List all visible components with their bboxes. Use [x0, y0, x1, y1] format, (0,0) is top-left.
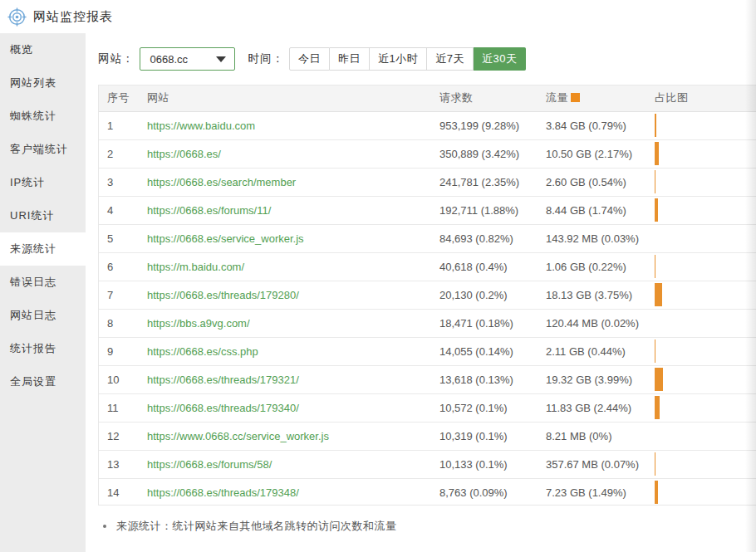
traffic-ratio-bar — [655, 481, 658, 504]
sidebar-item-site-list[interactable]: 网站列表 — [0, 66, 86, 100]
site-link[interactable]: https://m.baidu.com/ — [147, 261, 244, 273]
table-header-row: 序号 网站 请求数 流量 占比图 — [99, 85, 756, 111]
site-link[interactable]: https://0668.es/forums/58/ — [147, 458, 272, 471]
table-row: 13https://0668.es/forums/58/10,133 (0.1%… — [99, 450, 756, 478]
sidebar-item-overview[interactable]: 概览 — [0, 33, 86, 66]
row-index: 2 — [99, 139, 147, 168]
requests-value: 18,471 (0.18%) — [439, 309, 546, 337]
referrer-table: 序号 网站 请求数 流量 占比图 1https://www.baidu.com9… — [99, 85, 756, 506]
chevron-down-icon — [216, 56, 226, 62]
site-link[interactable]: https://0668.es/service_worker.js — [147, 232, 304, 245]
site-link[interactable]: https://0668.es/css.php — [147, 345, 258, 358]
requests-value: 953,199 (9.28%) — [439, 111, 546, 139]
row-index: 8 — [99, 309, 147, 337]
app-logo-target-icon — [7, 7, 27, 27]
table-row: 4https://0668.es/forums/11/192,711 (1.88… — [99, 196, 756, 224]
row-index: 6 — [99, 252, 147, 281]
traffic-value: 2.60 GB (0.54%) — [546, 168, 655, 196]
site-link[interactable]: https://www.baidu.com — [147, 120, 255, 132]
traffic-value: 1.06 GB (0.22%) — [546, 252, 655, 281]
row-index: 7 — [99, 281, 147, 309]
table-row: 10https://0668.es/threads/179321/13,618 … — [99, 365, 756, 393]
filter-bar: 网站： 0668.cc 时间： 今日 昨日 近1小时 近7天 近30天 — [98, 46, 756, 71]
requests-value: 350,889 (3.42%) — [439, 139, 546, 168]
time-btn-last-hour[interactable]: 近1小时 — [370, 47, 427, 71]
traffic-ratio-bar — [655, 142, 659, 165]
row-index: 11 — [99, 393, 147, 422]
site-select[interactable]: 0668.cc — [140, 47, 235, 71]
sidebar-item-spider-stats[interactable]: 蜘蛛统计 — [0, 100, 86, 133]
traffic-value: 120.44 MB (0.02%) — [546, 309, 655, 337]
sidebar-item-ip-stats[interactable]: IP统计 — [0, 166, 86, 199]
time-range-group: 今日 昨日 近1小时 近7天 近30天 — [289, 47, 526, 71]
requests-value: 10,572 (0.1%) — [439, 393, 546, 422]
row-index: 12 — [99, 422, 147, 450]
table-row: 12https://www.0668.cc/service_worker.js1… — [99, 422, 756, 450]
referrer-table-container: 序号 网站 请求数 流量 占比图 1https://www.baidu.com9… — [98, 85, 756, 506]
app-header: 网站监控报表 — [0, 0, 756, 33]
row-index: 14 — [99, 478, 147, 506]
site-link[interactable]: https://0668.es/ — [147, 148, 221, 160]
site-select-value: 0668.cc — [150, 53, 189, 66]
traffic-ratio-bar — [655, 198, 658, 222]
sidebar: 概览 网站列表 蜘蛛统计 客户端统计 IP统计 URI统计 来源统计 错误日志 … — [0, 33, 86, 552]
traffic-value: 3.84 GB (0.79%) — [546, 111, 655, 139]
time-btn-yesterday[interactable]: 昨日 — [330, 47, 370, 71]
sidebar-item-client-stats[interactable]: 客户端统计 — [0, 133, 86, 166]
table-row: 8https://bbs.a9vg.com/18,471 (0.18%)120.… — [99, 309, 756, 337]
sidebar-item-stats-report[interactable]: 统计报告 — [0, 332, 86, 365]
traffic-value: 8.21 MB (0%) — [546, 422, 655, 450]
traffic-ratio-bar — [655, 368, 663, 391]
traffic-value: 143.92 MB (0.03%) — [546, 224, 655, 252]
site-link[interactable]: https://bbs.a9vg.com/ — [147, 317, 250, 330]
requests-value: 192,711 (1.88%) — [439, 196, 546, 224]
traffic-value: 10.50 GB (2.17%) — [546, 139, 655, 168]
row-index: 3 — [99, 168, 147, 196]
col-header-traffic: 流量 — [546, 85, 655, 111]
bullet-icon — [103, 525, 106, 528]
table-row: 11https://0668.es/threads/179340/10,572 … — [99, 393, 756, 422]
time-btn-last-7d[interactable]: 近7天 — [427, 47, 474, 71]
requests-value: 10,319 (0.1%) — [439, 422, 546, 450]
row-index: 5 — [99, 224, 147, 252]
sidebar-item-global-settings[interactable]: 全局设置 — [0, 365, 86, 398]
footnote: 来源统计：统计网站来自其他域名跳转的访问次数和流量 — [98, 519, 756, 534]
site-link[interactable]: https://0668.es/threads/179280/ — [147, 289, 299, 301]
time-btn-today[interactable]: 今日 — [289, 47, 330, 71]
table-row: 6https://m.baidu.com/40,618 (0.4%)1.06 G… — [99, 252, 756, 281]
traffic-value: 357.67 MB (0.07%) — [546, 450, 655, 478]
site-link[interactable]: https://0668.es/threads/179340/ — [147, 402, 299, 414]
footnote-text: 来源统计：统计网站来自其他域名跳转的访问次数和流量 — [116, 519, 397, 534]
site-link[interactable]: https://0668.es/forums/11/ — [147, 204, 271, 217]
row-index: 1 — [99, 111, 147, 139]
requests-value: 8,763 (0.09%) — [439, 478, 546, 506]
site-link[interactable]: https://0668.es/threads/179321/ — [147, 374, 299, 386]
table-row: 9https://0668.es/css.php14,055 (0.14%)2.… — [99, 337, 756, 365]
requests-value: 10,133 (0.1%) — [439, 450, 546, 478]
traffic-value: 8.44 GB (1.74%) — [546, 196, 655, 224]
sidebar-item-uri-stats[interactable]: URI统计 — [0, 199, 86, 232]
row-index: 4 — [99, 196, 147, 224]
col-header-requests: 请求数 — [439, 85, 546, 111]
time-btn-last-30d[interactable]: 近30天 — [474, 47, 526, 71]
sidebar-item-referrer-stats[interactable]: 来源统计 — [0, 232, 86, 266]
traffic-legend-icon — [571, 93, 580, 102]
site-filter-label: 网站： — [98, 51, 135, 66]
col-header-ratio-chart: 占比图 — [655, 85, 756, 111]
traffic-value: 18.13 GB (3.75%) — [546, 281, 655, 309]
sidebar-item-site-log[interactable]: 网站日志 — [0, 299, 86, 332]
requests-value: 84,693 (0.82%) — [439, 224, 546, 252]
traffic-ratio-bar — [655, 170, 655, 193]
traffic-value: 2.11 GB (0.44%) — [546, 337, 655, 365]
table-row: 3https://0668.es/search/member241,781 (2… — [99, 168, 756, 196]
col-header-site: 网站 — [147, 85, 439, 111]
table-row: 14https://0668.es/threads/179348/8,763 (… — [99, 478, 756, 506]
site-link[interactable]: https://www.0668.cc/service_worker.js — [147, 430, 329, 442]
site-link[interactable]: https://0668.es/threads/179348/ — [147, 486, 299, 499]
row-index: 13 — [99, 450, 147, 478]
page-title: 网站监控报表 — [33, 9, 113, 25]
sidebar-item-error-log[interactable]: 错误日志 — [0, 266, 86, 299]
site-link[interactable]: https://0668.es/search/member — [147, 176, 296, 188]
traffic-ratio-bar — [655, 396, 660, 419]
col-header-index: 序号 — [99, 85, 147, 111]
